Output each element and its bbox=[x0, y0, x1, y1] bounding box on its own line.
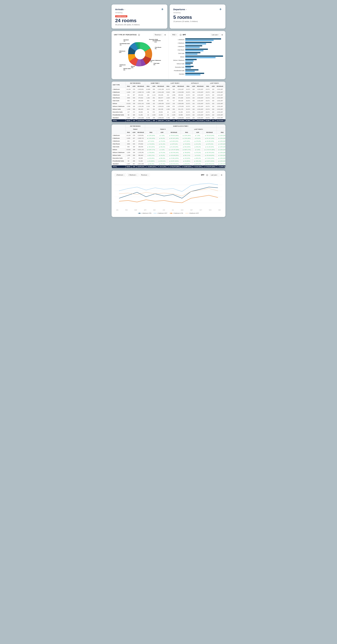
td-act2-v: 2,531,697 bbox=[215, 94, 224, 96]
td-act2-v: 2,531,697 bbox=[215, 116, 224, 119]
line-chart-filter-icon[interactable]: ⚙ bbox=[221, 174, 222, 176]
bar-spit bbox=[185, 57, 215, 58]
t2-th-a3: ADR bbox=[192, 131, 203, 134]
td-ly-a: 289 bbox=[171, 96, 176, 99]
arrivals-title[interactable]: Arrivals › bbox=[115, 8, 125, 10]
bar-chart-filter-icon[interactable]: ⚙ bbox=[221, 34, 223, 36]
bar-otb bbox=[185, 49, 208, 50]
t2-col-otb: ON THE BOOKS bbox=[126, 125, 145, 128]
td-unit: 3 Bedroom bbox=[112, 94, 126, 96]
table-row: Deluxe Suite 1,349 568 380,403 813 301 2… bbox=[112, 108, 226, 111]
td-otb-a: 338 bbox=[132, 102, 136, 105]
line-chart-dropdown-2[interactable]: 2 Bedroom bbox=[127, 174, 139, 176]
col-smt-header[interactable]: SAME TIME ▾ bbox=[145, 82, 165, 85]
td-smt-a: 162 bbox=[151, 102, 157, 105]
td-ly-r: 42 bbox=[165, 111, 171, 114]
td-ly-v: 3,438,063 bbox=[176, 116, 185, 119]
td-act-a: 162 bbox=[191, 96, 196, 99]
td-yr-r: 15,571 bbox=[224, 88, 225, 91]
bar-group bbox=[185, 59, 223, 62]
bar-group bbox=[185, 69, 223, 72]
bar-chart-container: 1 Bedroom 2 Bedroom 3 Bedroom Club Room … bbox=[171, 38, 223, 77]
th-act-rns: RNS bbox=[185, 85, 191, 88]
bar-spit-label: SPIT bbox=[183, 34, 186, 36]
line-chart-controls: 1 Bedroom 2 Bedroom Revenue bbox=[115, 174, 150, 176]
td-act2-r: 15,571 bbox=[205, 111, 211, 114]
line-chart-dropdown-metric[interactable]: Revenue bbox=[140, 174, 150, 176]
t2-col-act[interactable]: ACTUALS ▾ bbox=[216, 125, 225, 128]
td-total-unit: TOTAL bbox=[112, 119, 126, 122]
legend-label: 2 Bedroom SPIT bbox=[189, 212, 199, 214]
td-act-a: 162 bbox=[191, 114, 196, 116]
bar-group bbox=[185, 52, 223, 55]
arrivals-subtitle: remaining bbox=[115, 12, 164, 14]
td-ly-v: 1,370,053 bbox=[176, 105, 185, 108]
t2-th-a1: ADR bbox=[132, 131, 136, 134]
td-smt-v: 384,077 bbox=[157, 96, 165, 99]
t2-col-spit[interactable]: SAME PLACE IN TIME ▾ bbox=[145, 125, 216, 128]
t2-sub-this-year[interactable]: THIS YEAR ▾ bbox=[216, 128, 225, 131]
table-row: Standard 5,457 887 2,821,836 5,739 349 2… bbox=[112, 116, 226, 119]
td-otb-a: 935 bbox=[132, 96, 136, 99]
bar-chart-dropdown-year[interactable]: Last year bbox=[210, 33, 220, 36]
line-chart-dropdown-1[interactable]: 1 Bedroom bbox=[115, 174, 126, 176]
td-act-a: 162 bbox=[191, 105, 196, 108]
legend-label: 1 Bedroom SPIT bbox=[157, 212, 167, 214]
bar-group bbox=[185, 66, 223, 68]
td-act2-v: 2,531,697 bbox=[215, 99, 224, 102]
td-act-v: 2,531,697 bbox=[196, 91, 205, 94]
td-act-r: 15,571 bbox=[185, 99, 191, 102]
td-smt-r: 5,739 bbox=[145, 116, 151, 119]
td-act2-v: 2,531,697 bbox=[215, 102, 224, 105]
td-ly-v: 471,928 bbox=[176, 96, 185, 99]
t2-sub-spit-today[interactable]: TODAY ▾ bbox=[145, 128, 181, 131]
td-ly-r: 15 bbox=[165, 114, 171, 116]
line-chart-dropdown-year[interactable]: Last year bbox=[209, 174, 220, 176]
bar-otb bbox=[185, 59, 197, 60]
bar-otb bbox=[185, 56, 223, 57]
departures-title[interactable]: Departures › bbox=[173, 8, 187, 10]
pie-chart-dropdown[interactable]: Revenue bbox=[153, 33, 163, 36]
td-act-r: 15,571 bbox=[185, 96, 191, 99]
td-yr-r: 15,571 bbox=[224, 91, 225, 94]
th-act2-rev: REVENUE bbox=[215, 85, 224, 88]
td-otb-a: 166 bbox=[132, 105, 136, 108]
bar-spit bbox=[185, 43, 206, 44]
td-act-v: 2,531,697 bbox=[196, 108, 205, 111]
table-total-row: TOTAL 48,69127813,575,315 34,0932899,860… bbox=[112, 119, 226, 122]
bar-otb bbox=[185, 73, 204, 74]
td-act-v: 2,531,697 bbox=[196, 99, 205, 102]
t2-th-v2: REVENUE bbox=[167, 131, 181, 134]
col-yr-header[interactable]: 2019 ▾ bbox=[224, 82, 225, 85]
bar-chart-dropdown-rns[interactable]: RNS bbox=[171, 33, 178, 36]
td-otb-v: 2,608,715 bbox=[136, 91, 145, 94]
bar-label: Executive Suite bbox=[171, 66, 184, 68]
bar-row: Deluxe bbox=[171, 56, 223, 58]
td-smt-v: 1,460,435 bbox=[157, 102, 165, 105]
td-otb-v: 380,403 bbox=[136, 108, 145, 111]
pie-label-clubroom: Club Room9% bbox=[155, 47, 161, 50]
x-axis-label: JUN bbox=[163, 209, 165, 211]
bar-group bbox=[185, 62, 223, 65]
td-otb-a: 272 bbox=[132, 111, 136, 114]
x-axis-label: JUL bbox=[172, 209, 174, 211]
col-act-header[interactable]: ACTUALS ▾ bbox=[185, 82, 205, 85]
td-smt-v: 204,245 bbox=[157, 94, 165, 96]
bar-spit-info-icon: ? bbox=[180, 34, 182, 36]
col-ly-header[interactable]: LAST YEAR ▾ bbox=[165, 82, 185, 85]
td-act-r: 15,571 bbox=[185, 114, 191, 116]
td-act2-r: 15,571 bbox=[205, 91, 211, 94]
table-row: Club Suite 850 180 288,005 404 635 256,8… bbox=[112, 99, 226, 102]
td-act-a: 162 bbox=[191, 116, 196, 119]
bar-label: 3 Bedroom bbox=[171, 46, 184, 47]
td-smt-r: 10 bbox=[145, 114, 151, 116]
t2-sub-last-year[interactable]: LAST YEAR ▾ bbox=[181, 128, 216, 131]
bar-otb bbox=[185, 62, 193, 64]
table-row: Deluxe 15,832 338 3,631,142 ▲ 6,867 (77%… bbox=[112, 148, 226, 151]
col-act2-header[interactable]: LAST YEAR ▾ bbox=[205, 82, 224, 85]
td-ly-v: 230,318 bbox=[176, 94, 185, 96]
td-ly-r: 471 bbox=[165, 99, 171, 102]
t2-th-r4: RNS bbox=[216, 131, 225, 134]
td-smt-v: 2,181,338 bbox=[157, 88, 165, 91]
pie-chart-filter-icon[interactable]: ⚙ bbox=[164, 34, 166, 36]
